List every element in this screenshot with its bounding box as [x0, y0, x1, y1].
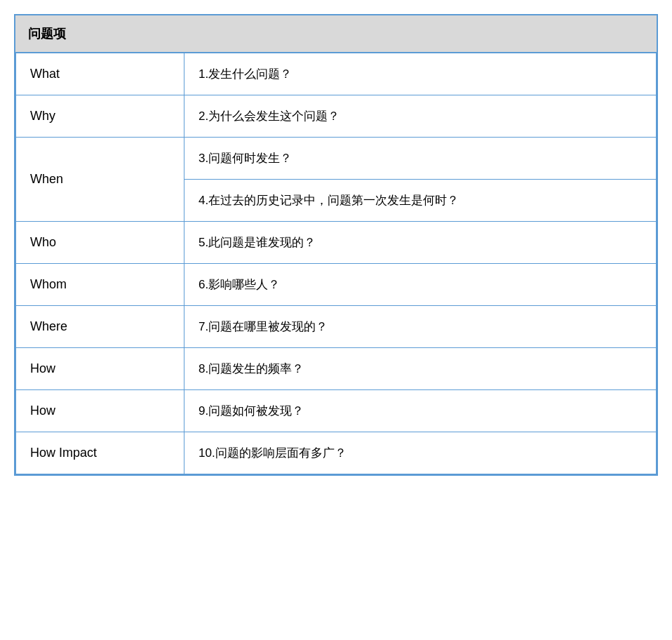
row-label: Why — [16, 95, 184, 138]
row-label: Where — [16, 306, 184, 348]
row-content: 2.为什么会发生这个问题？ — [184, 95, 657, 138]
row-content: 7.问题在哪里被发现的？ — [184, 306, 657, 348]
table-row: What1.发生什么问题？ — [16, 53, 657, 95]
row-content: 4.在过去的历史记录中，问题第一次发生是何时？ — [184, 180, 657, 222]
table-header: 问题项 — [15, 15, 657, 53]
row-content: 3.问题何时发生？ — [184, 138, 657, 180]
header-title: 问题项 — [28, 27, 66, 41]
row-content: 9.问题如何被发现？ — [184, 390, 657, 432]
row-label: How — [16, 390, 184, 432]
row-content: 1.发生什么问题？ — [184, 53, 657, 95]
row-label: How Impact — [16, 432, 184, 474]
table-row: Where7.问题在哪里被发现的？ — [16, 306, 657, 348]
table-row: How Impact10.问题的影响层面有多广？ — [16, 432, 657, 474]
table-row: Why2.为什么会发生这个问题？ — [16, 95, 657, 138]
row-content: 10.问题的影响层面有多广？ — [184, 432, 657, 474]
row-label: Who — [16, 222, 184, 264]
row-label: Whom — [16, 264, 184, 306]
row-label: What — [16, 53, 184, 95]
table-row: Who5.此问题是谁发现的？ — [16, 222, 657, 264]
row-label: How — [16, 348, 184, 390]
row-content: 5.此问题是谁发现的？ — [184, 222, 657, 264]
row-content: 8.问题发生的频率？ — [184, 348, 657, 390]
table-row: Whom6.影响哪些人？ — [16, 264, 657, 306]
row-label: When — [16, 138, 184, 222]
row-content: 6.影响哪些人？ — [184, 264, 657, 306]
main-table: 问题项 What1.发生什么问题？Why2.为什么会发生这个问题？When3.问… — [14, 14, 658, 476]
table-row: When3.问题何时发生？ — [16, 138, 657, 180]
content-table: What1.发生什么问题？Why2.为什么会发生这个问题？When3.问题何时发… — [15, 53, 657, 474]
table-row: How8.问题发生的频率？ — [16, 348, 657, 390]
table-row: How9.问题如何被发现？ — [16, 390, 657, 432]
